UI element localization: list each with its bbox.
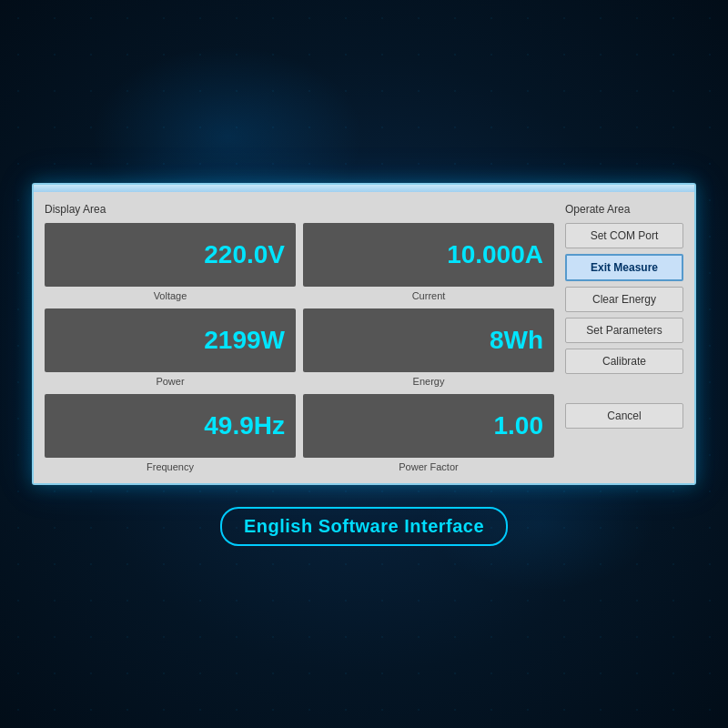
meter-name-power-factor: Power Factor (399, 461, 458, 472)
exit-measure-button[interactable]: Exit Measure (565, 254, 683, 281)
display-area-label: Display Area (45, 203, 554, 216)
meter-cell-voltage: 220.0V Voltage (45, 223, 296, 301)
meter-cell-current: 10.000A Current (303, 223, 554, 301)
meter-display-current: 10.000A (303, 223, 554, 287)
cancel-button[interactable]: Cancel (565, 403, 683, 429)
meter-display-frequency: 49.9Hz (45, 394, 296, 458)
meter-value-energy: 8Wh (490, 326, 543, 355)
meter-value-current: 10.000A (447, 240, 543, 269)
display-area: Display Area 220.0V Voltage 10.000A Curr… (45, 203, 554, 472)
meter-cell-frequency: 49.9Hz Frequency (45, 394, 296, 472)
clear-energy-button[interactable]: Clear Energy (565, 287, 683, 312)
meter-cell-power-factor: 1.00 Power Factor (303, 394, 554, 472)
footer-container: English Software Interface (220, 507, 508, 546)
meters-grid: 220.0V Voltage 10.000A Current 2199W Pow… (45, 223, 554, 472)
meter-value-power: 2199W (204, 326, 285, 355)
calibrate-button[interactable]: Calibrate (565, 349, 683, 374)
meter-name-power: Power (156, 376, 184, 387)
meter-name-frequency: Frequency (147, 461, 194, 472)
set-com-port-button[interactable]: Set COM Port (565, 223, 683, 248)
operate-area-label: Operate Area (565, 203, 683, 216)
meter-display-energy: 8Wh (303, 308, 554, 372)
meter-value-voltage: 220.0V (204, 240, 285, 269)
meter-value-frequency: 49.9Hz (204, 411, 285, 440)
set-parameters-button[interactable]: Set Parameters (565, 318, 683, 343)
meter-display-power: 2199W (45, 308, 296, 372)
footer-label: English Software Interface (220, 507, 508, 546)
op-buttons: Set COM Port Exit Measure Clear Energy S… (565, 223, 683, 429)
meter-display-power-factor: 1.00 (303, 394, 554, 458)
meter-value-power-factor: 1.00 (494, 411, 544, 440)
button-spacer (565, 379, 683, 398)
meter-name-current: Current (412, 290, 446, 301)
main-window: Display Area 220.0V Voltage 10.000A Curr… (32, 183, 696, 485)
window-content: Display Area 220.0V Voltage 10.000A Curr… (34, 192, 694, 483)
meter-cell-power: 2199W Power (45, 308, 296, 387)
meter-name-voltage: Voltage (154, 290, 187, 301)
meter-cell-energy: 8Wh Energy (303, 308, 554, 387)
meter-display-voltage: 220.0V (45, 223, 296, 287)
title-bar (34, 185, 694, 192)
operate-area: Operate Area Set COM Port Exit Measure C… (565, 203, 683, 472)
meter-name-energy: Energy (413, 376, 445, 387)
